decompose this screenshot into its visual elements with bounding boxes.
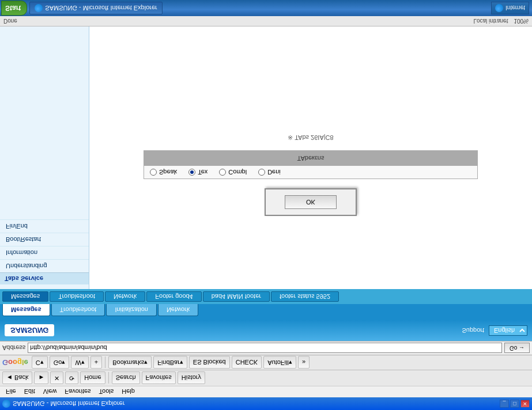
- address-go-button[interactable]: Go →: [504, 343, 530, 354]
- samsung-header: SAMSUNG Support English: [0, 320, 532, 341]
- tab-service-note: ※ TAbs 26IA|C8: [288, 134, 333, 142]
- tab-messages-label: Messages: [11, 306, 41, 313]
- menu-help[interactable]: Help: [118, 388, 138, 397]
- sidebar-item-information[interactable]: Information: [0, 246, 89, 259]
- ie-addressbar: Address http://bud/admin/admin/bud Go →: [0, 341, 532, 355]
- forward-button[interactable]: ►: [34, 372, 48, 385]
- taskbar-right: Internet: [491, 2, 532, 14]
- menu-favorites[interactable]: Favorites: [61, 388, 94, 397]
- menu-tools[interactable]: Tools: [96, 388, 118, 397]
- tab-troubleshoot-label: Troubleshoot: [60, 306, 97, 313]
- dialog-overlay: OK Speak: [89, 26, 532, 289]
- subnav-messages[interactable]: Messages: [2, 291, 48, 302]
- search-button[interactable]: Search: [112, 372, 140, 385]
- autofill-button[interactable]: AutoFill▾: [263, 356, 296, 369]
- google-c-button[interactable]: C▾: [32, 356, 48, 369]
- sidebar-item-fin-end[interactable]: Fin/End: [0, 219, 89, 233]
- samsung-sidebar: Tabs Service Understanding Information B…: [0, 26, 89, 289]
- radio-tex-circle: [188, 169, 195, 176]
- menu-file[interactable]: File: [2, 388, 20, 397]
- address-input[interactable]: http://bud/admin/admin/bud: [28, 343, 502, 354]
- radio-compl[interactable]: Compl: [219, 169, 247, 176]
- refresh-button[interactable]: ⟳: [65, 372, 78, 385]
- ie-browser-window: SAMSUNG - Microsoft Internet Explorer _ …: [0, 16, 532, 410]
- subnav-messages-label: Messages: [11, 293, 40, 300]
- sidebar-title: Tabs Service: [0, 272, 89, 284]
- ie-titlebar: SAMSUNG - Microsoft Internet Explorer _ …: [0, 397, 532, 410]
- menu-view[interactable]: View: [40, 388, 61, 397]
- google-go-button[interactable]: Go▾: [50, 356, 70, 369]
- dialog-group: OK Speak: [144, 134, 478, 217]
- radio-row: Speak Tex Compl: [144, 166, 477, 179]
- ie-statusbar: Done Local intranet 100%: [0, 16, 532, 26]
- subnav-footer-good4[interactable]: Footer good4: [146, 291, 201, 302]
- taskbar-window-label: SAMSUNG - Microsoft Internet Explorer: [45, 5, 157, 12]
- radio-deni[interactable]: Deni: [258, 169, 281, 176]
- home-button[interactable]: Home: [80, 372, 105, 385]
- minimize-button[interactable]: _: [500, 400, 509, 408]
- subnav-network[interactable]: Network: [105, 291, 145, 302]
- samsung-header-nav: Support English: [462, 325, 527, 336]
- close-button[interactable]: ✕: [520, 400, 530, 408]
- windows-taskbar: Start SAMSUNG - Microsoft Internet Explo…: [0, 0, 532, 16]
- start-button[interactable]: Start: [1, 1, 27, 16]
- tab-initialization[interactable]: Initialization: [106, 304, 156, 316]
- more-button[interactable]: »: [298, 356, 310, 369]
- samsung-content: Tabs Service Understanding Information B…: [0, 26, 532, 289]
- subnav-status[interactable]: footer status 5952: [271, 291, 339, 302]
- sidebar-item-boot-restart[interactable]: Boot/Restart: [0, 233, 89, 246]
- tab-init-label: Initialization: [115, 306, 148, 313]
- history-button[interactable]: History: [178, 372, 205, 385]
- statusbar-right: Local intranet 100%: [473, 18, 529, 24]
- tray-time: Internet: [505, 5, 525, 12]
- radio-deni-circle: [258, 169, 265, 176]
- stop-button[interactable]: ✕: [50, 372, 63, 385]
- system-tray: Internet: [491, 2, 529, 14]
- status-text: Done: [3, 18, 17, 24]
- maximize-button[interactable]: □: [510, 400, 519, 408]
- titlebar-left: SAMSUNG - Microsoft Internet Explorer: [2, 400, 124, 408]
- radio-speak-label: Speak: [159, 169, 177, 176]
- ie-icon: [2, 400, 10, 408]
- subnav-status-label: footer status 5952: [280, 293, 330, 300]
- subnav-bad4-label: bad4 MAIN footer: [212, 293, 261, 300]
- check-button[interactable]: CHECK: [232, 356, 262, 369]
- subnav-troubleshoot[interactable]: Troubleshoot: [50, 291, 104, 302]
- radio-group-container: Speak Tex Compl: [144, 151, 478, 180]
- radio-deni-label: Deni: [267, 169, 281, 176]
- tab-messages[interactable]: Messages: [2, 304, 50, 316]
- samsung-main-tabs: Messages Troubleshoot Initialization Net…: [0, 304, 532, 320]
- google-add-button[interactable]: +: [90, 356, 102, 369]
- subnav-troubleshoot-label: Troubleshoot: [58, 293, 95, 300]
- samsung-main-panel: OK Speak: [89, 26, 532, 289]
- findbar-button[interactable]: FindBar▾: [153, 356, 187, 369]
- subnav-footer-good4-label: Footer good4: [155, 293, 193, 300]
- toolbar-separator: [108, 373, 109, 384]
- google-w-button[interactable]: W▾: [71, 356, 88, 369]
- ok-button[interactable]: OK: [285, 196, 337, 210]
- google-logo: Google: [2, 358, 28, 367]
- sidebar-item-understanding[interactable]: Understanding: [0, 259, 89, 272]
- radio-tex[interactable]: Tex: [188, 169, 207, 176]
- taskbar-window-ie[interactable]: SAMSUNG - Microsoft Internet Explorer: [29, 2, 162, 14]
- bookmarks-button[interactable]: Bookmarks▾: [108, 356, 152, 369]
- back-button[interactable]: ◄ Back: [2, 372, 32, 385]
- blocked-button[interactable]: ES Blocked: [189, 356, 230, 369]
- ie-toolbar: ◄ Back ► ✕ ⟳ Home Search Favorites Histo…: [0, 370, 532, 386]
- zone-text: Local intranet: [473, 18, 508, 24]
- radio-speak[interactable]: Speak: [150, 169, 177, 176]
- language-select[interactable]: English: [489, 325, 527, 336]
- window-controls: _ □ ✕: [500, 400, 530, 408]
- radio-tex-label: Tex: [198, 169, 207, 176]
- tab-network[interactable]: Network: [158, 304, 198, 316]
- subnav-network-label: Network: [114, 293, 137, 300]
- tab-troubleshoot[interactable]: Troubleshoot: [51, 304, 105, 316]
- header-link-support[interactable]: Support: [462, 327, 484, 334]
- answer-bar: TAbeкεns: [144, 151, 477, 166]
- menu-edit[interactable]: Edit: [21, 388, 39, 397]
- favorites-button[interactable]: Favorites: [142, 372, 176, 385]
- subnav-bad4-main[interactable]: bad4 MAIN footer: [203, 291, 270, 302]
- tab-network-label: Network: [167, 306, 190, 313]
- google-toolbar: Google C▾ Go▾ W▾ + Bookmarks▾ FindBar▾ E…: [0, 355, 532, 370]
- browser-content: SAMSUNG Support English Messages Trouble…: [0, 26, 532, 341]
